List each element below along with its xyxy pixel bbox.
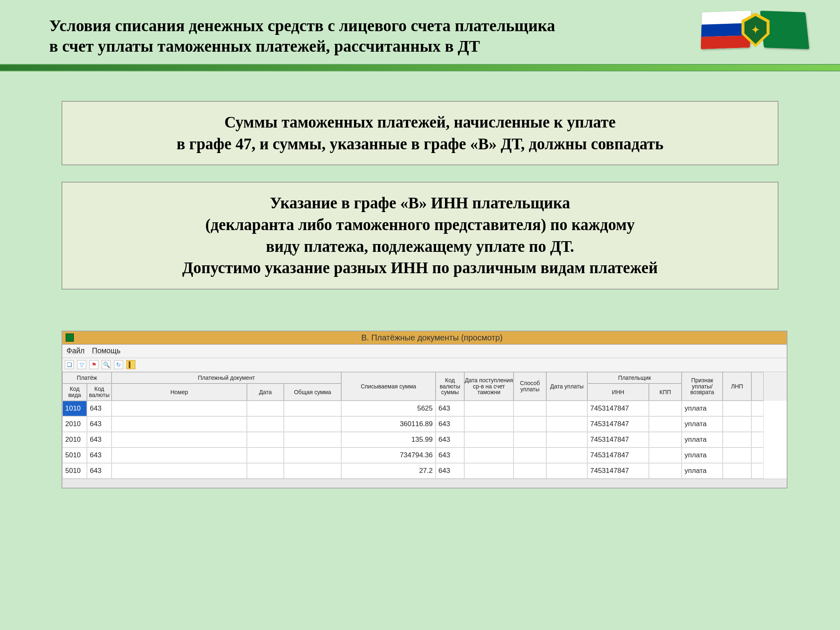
cell-priznak: уплата [682, 447, 723, 463]
table-row[interactable]: 501064327.26437453147847уплата [62, 463, 787, 479]
table-row[interactable]: 101064356256437453147847уплата [62, 401, 787, 416]
cell-nomer [112, 401, 247, 416]
cell-inn: 7453147847 [587, 416, 649, 432]
cell-data [247, 432, 284, 447]
cell-kvs: 643 [436, 416, 464, 432]
cell-obshaya [284, 401, 341, 416]
cell-nomer [112, 447, 247, 463]
window-menubar: Файл Помощь [62, 345, 787, 358]
cell-kod_valyuty: 643 [87, 401, 112, 416]
cell-gutter [751, 416, 764, 432]
cell-data [247, 416, 284, 432]
cell-data_uplaty [546, 401, 587, 416]
info-box-2: Указание в графе «В» ИНН плательщика (де… [62, 182, 778, 290]
toolbar-highlight-icon[interactable]: ▍ [126, 360, 135, 369]
cell-kod_valyuty: 643 [87, 432, 112, 447]
page-title: Условия списания денежных средств с лице… [49, 16, 623, 57]
info1-line2: в графе 47, и суммы, указанные в графе «… [176, 135, 663, 153]
toolbar-doc-icon[interactable]: ❏ [65, 360, 74, 369]
hdr-obshaya: Общая сумма [284, 383, 341, 401]
cell-data [247, 463, 284, 479]
cell-kvs: 643 [436, 401, 464, 416]
toolbar-flag-icon[interactable]: ⚑ [89, 360, 98, 369]
hdr-data-post: Дата поступления ср-в на счет таможни [464, 372, 514, 401]
window-titlebar: В. Платёжные документы (просмотр) [62, 331, 787, 345]
table-row[interactable]: 2010643360116.896437453147847уплата [62, 416, 787, 432]
cell-spis: 27.2 [341, 463, 436, 479]
cell-kod_vida: 2010 [62, 432, 87, 447]
cell-data_uplaty [546, 416, 587, 432]
cell-spis: 5625 [341, 401, 436, 416]
cell-data_uplaty [546, 432, 587, 447]
cell-nomer [112, 463, 247, 479]
logo-group: ✦ [701, 11, 807, 48]
cell-kpp [649, 432, 682, 447]
hdr-kod-valyuty: Код валюты [87, 383, 112, 401]
cell-kod_vida: 2010 [62, 416, 87, 432]
hdr-kod-valyuty-summy: Код валюты суммы [436, 372, 464, 401]
payment-documents-window: В. Платёжные документы (просмотр) Файл П… [62, 331, 788, 488]
table-row[interactable]: 5010643734794.366437453147847уплата [62, 447, 787, 463]
cell-obshaya [284, 416, 341, 432]
hdr-kod-vida: Код вида [62, 383, 87, 401]
cell-data_post [464, 401, 514, 416]
cell-kvs: 643 [436, 463, 464, 479]
window-icon [66, 333, 74, 342]
cell-data_post [464, 416, 514, 432]
toolbar-refresh-icon[interactable]: ↻ [114, 360, 123, 369]
cell-kod_vida: 1010 [62, 401, 87, 416]
hdr-inn: ИНН [587, 383, 649, 401]
cell-inn: 7453147847 [587, 432, 649, 447]
cell-sposob [514, 447, 546, 463]
cell-inn: 7453147847 [587, 447, 649, 463]
info2-line4: Допустимо указание разных ИНН по различн… [182, 259, 657, 276]
cell-data [247, 447, 284, 463]
cell-priznak: уплата [682, 432, 723, 447]
cell-priznak: уплата [682, 463, 723, 479]
cell-lnp [723, 401, 751, 416]
table-scrollbar[interactable] [62, 479, 787, 488]
payments-table: Платёж Платежный документ Списываемая су… [62, 372, 787, 488]
cell-data_uplaty [546, 447, 587, 463]
cell-inn: 7453147847 [587, 463, 649, 479]
cell-kvs: 643 [436, 432, 464, 447]
info2-line2: (декларанта либо таможенного представите… [205, 216, 635, 233]
cell-data_post [464, 447, 514, 463]
toolbar-search-icon[interactable]: 🔍 [102, 360, 111, 369]
hdr-spisyvaemaya: Списываемая сумма [341, 372, 436, 401]
cell-kpp [649, 447, 682, 463]
hdr-sposob: Способ уплаты [514, 372, 546, 401]
hdr-lnp: ЛНП [723, 372, 751, 401]
cell-lnp [723, 463, 751, 479]
menu-help[interactable]: Помощь [92, 347, 121, 355]
toolbar-filter-icon[interactable]: ▽ [77, 360, 86, 369]
window-title: В. Платёжные документы (просмотр) [77, 333, 787, 342]
hdr-group-payer: Плательщик [587, 372, 682, 383]
cell-lnp [723, 432, 751, 447]
info1-line1: Суммы таможенных платежей, начисленные к… [224, 113, 616, 131]
hdr-group-doc: Платежный документ [112, 372, 341, 383]
table-header: Платёж Платежный документ Списываемая су… [62, 372, 787, 401]
cell-data [247, 401, 284, 416]
hdr-group-platezh: Платёж [62, 372, 112, 383]
cell-kod_vida: 5010 [62, 463, 87, 479]
cell-nomer [112, 432, 247, 447]
table-row[interactable]: 2010643135.996437453147847уплата [62, 432, 787, 447]
cell-kpp [649, 463, 682, 479]
menu-file[interactable]: Файл [66, 347, 84, 355]
cell-gutter [751, 447, 764, 463]
cell-kod_vida: 5010 [62, 447, 87, 463]
title-line-1: Условия списания денежных средств с лице… [49, 16, 555, 35]
cell-spis: 135.99 [341, 432, 436, 447]
cell-kod_valyuty: 643 [87, 416, 112, 432]
cell-obshaya [284, 432, 341, 447]
info2-line3: виду платежа, подлежащему уплате по ДТ. [266, 237, 574, 255]
info2-line1: Указание в графе «В» ИНН плательщика [270, 194, 570, 212]
cell-data_post [464, 463, 514, 479]
cell-kod_valyuty: 643 [87, 463, 112, 479]
hdr-priznak: Признак уплаты/ возврата [682, 372, 723, 401]
cell-nomer [112, 416, 247, 432]
hdr-data-uplaty: Дата уплаты [546, 372, 587, 401]
cell-kpp [649, 401, 682, 416]
cell-gutter [751, 432, 764, 447]
